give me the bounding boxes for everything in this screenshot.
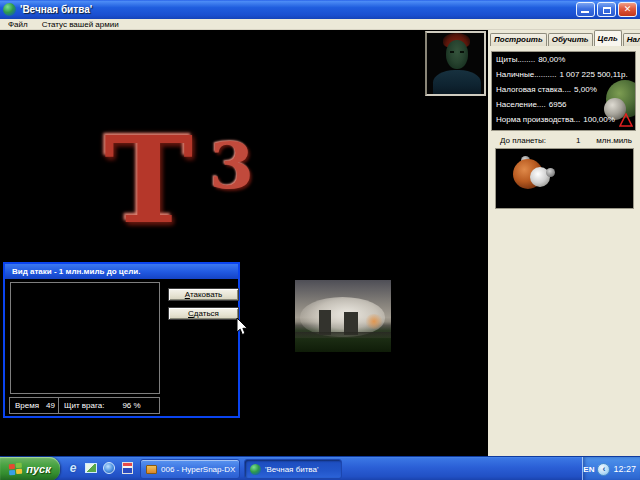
portrait-eye xyxy=(450,51,454,53)
restore-button[interactable] xyxy=(597,2,616,17)
distance-row: До планеты: 1 млн.миль xyxy=(488,133,640,147)
game-viewport: T3 Вид атаки - 1 млн.миль до цели. Атако… xyxy=(0,30,488,456)
shielded-city-image xyxy=(295,280,391,352)
menu-bar: Файл Статус вашей армии xyxy=(0,19,640,30)
window-title: 'Вечная битва' xyxy=(20,4,92,15)
attack-dialog-title: Вид атаки - 1 млн.миль до цели. xyxy=(5,264,238,279)
attack-view-area xyxy=(10,282,160,394)
system-tray: EN ‹ 12:27 xyxy=(582,457,640,480)
game-app-icon xyxy=(250,464,261,475)
browser-globe-icon[interactable] xyxy=(102,461,116,475)
minimize-button[interactable] xyxy=(576,2,595,17)
portrait-eye xyxy=(460,51,464,53)
attack-status-row: Время 49 Щит врага: 96 % xyxy=(9,397,160,414)
impact-glow xyxy=(364,314,384,329)
portrait-body xyxy=(433,70,481,96)
stat-tax-rate: Налоговая ставка....5,00% xyxy=(492,82,635,97)
surrender-button[interactable]: Сдаться xyxy=(168,307,239,320)
menu-item-army-status[interactable]: Статус вашей армии xyxy=(42,20,119,29)
game-logo: T3 xyxy=(104,130,254,237)
menu-item-file[interactable]: Файл xyxy=(8,20,28,29)
tab-build[interactable]: Построить xyxy=(490,33,547,46)
quick-launch-bar: e » xyxy=(66,461,145,475)
close-button[interactable]: ✕ xyxy=(618,2,637,17)
distance-unit: млн.миль xyxy=(596,136,632,145)
tab-taxes[interactable]: Налоги xyxy=(623,33,640,46)
distance-value: 1 xyxy=(576,136,580,145)
task-button-hypersnap[interactable]: 006 - HyperSnap-DX xyxy=(140,459,240,479)
stat-population: Население....6956 xyxy=(492,97,635,112)
app-planet-icon xyxy=(3,3,16,16)
windows-flag-icon xyxy=(9,462,23,476)
tab-target[interactable]: Цель xyxy=(594,30,622,46)
desktop-screen: 'Вечная битва' ✕ Файл Статус вашей армии… xyxy=(0,0,640,480)
stat-shields: Щиты........80,00% xyxy=(492,52,635,67)
hypersnap-icon xyxy=(146,465,157,474)
minimize-icon xyxy=(581,11,589,13)
start-button-label: пуск xyxy=(26,463,51,475)
tab-train[interactable]: Обучить xyxy=(548,33,593,46)
triangle-logo-icon xyxy=(619,113,633,129)
stat-production: Норма производства...100,00% xyxy=(492,112,635,127)
small-moon-image xyxy=(546,168,555,177)
taskbar: пуск e » 006 - HyperSnap-DX 'Вечная битв… xyxy=(0,456,640,480)
stats-panel: Щиты........80,00% Наличные..........1 0… xyxy=(491,51,636,131)
restore-icon xyxy=(603,7,611,14)
task-button-game[interactable]: 'Вечная битва' xyxy=(244,459,342,479)
floppy-app-icon[interactable] xyxy=(120,461,134,475)
task-button-label: 'Вечная битва' xyxy=(265,465,319,474)
panel-tabs: Построить Обучить Цель Налоги xyxy=(488,30,640,46)
time-cell: Время 49 xyxy=(9,397,59,414)
attack-dialog: Вид атаки - 1 млн.миль до цели. Атаковат… xyxy=(3,262,240,418)
window-controls: ✕ xyxy=(576,2,637,17)
stat-cash: Наличные..........1 007 225 500,11р. xyxy=(492,67,635,82)
enemy-shield-label: Щит врага: xyxy=(64,401,104,410)
start-button[interactable]: пуск xyxy=(0,457,60,480)
planet-view-panel xyxy=(495,148,634,209)
mouse-cursor xyxy=(236,317,249,340)
commander-portrait xyxy=(425,31,486,96)
show-desktop-icon[interactable] xyxy=(84,461,98,475)
tray-language-bar-icon[interactable]: ‹ xyxy=(597,463,610,476)
enemy-shield-value: 96 % xyxy=(122,401,140,410)
internet-explorer-icon[interactable]: e xyxy=(66,461,80,475)
enemy-shield-cell: Щит врага: 96 % xyxy=(58,397,160,414)
attack-button[interactable]: Атаковать xyxy=(168,288,239,301)
window-titlebar: 'Вечная битва' ✕ xyxy=(0,0,640,19)
attack-dialog-body: Атаковать Сдаться Время 49 Щит врага: 96… xyxy=(5,279,238,416)
clock: 12:27 xyxy=(613,464,636,474)
time-value: 49 xyxy=(46,401,55,410)
task-button-label: 006 - HyperSnap-DX xyxy=(161,465,235,474)
distance-label: До планеты: xyxy=(500,136,546,145)
language-indicator[interactable]: EN xyxy=(583,465,594,474)
portrait-face xyxy=(446,40,468,69)
logo-letter: T xyxy=(104,130,193,230)
logo-exponent: 3 xyxy=(209,128,254,203)
time-label: Время xyxy=(15,401,39,410)
right-control-panel: Построить Обучить Цель Налоги Щиты......… xyxy=(488,30,640,456)
city-baseline xyxy=(295,332,391,338)
